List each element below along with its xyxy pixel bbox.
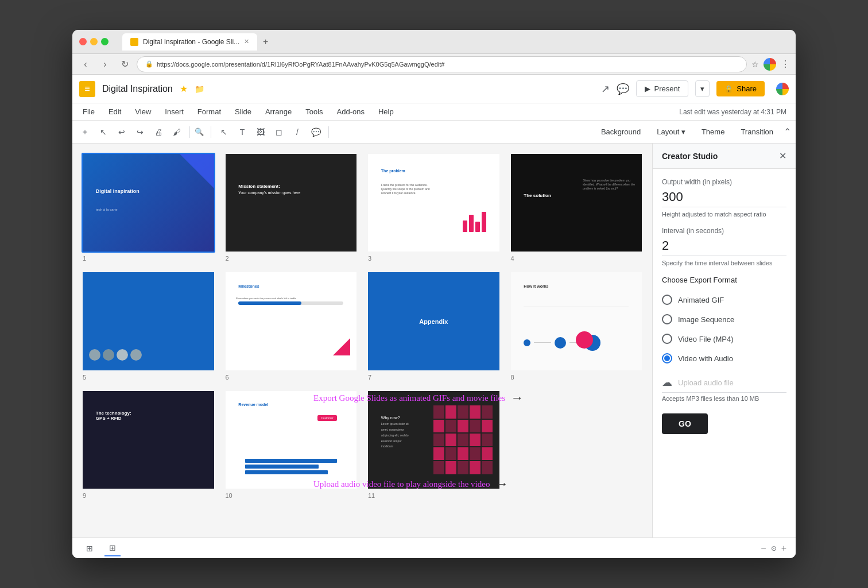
- activity-btn[interactable]: ↗: [601, 83, 610, 95]
- menu-file[interactable]: File: [77, 105, 100, 118]
- comment-btn[interactable]: 💬: [617, 83, 629, 95]
- share-btn[interactable]: 🔒 Share: [716, 81, 765, 96]
- star-icon[interactable]: ★: [180, 83, 188, 94]
- cursor-btn[interactable]: ↖: [95, 124, 111, 140]
- back-btn[interactable]: ‹: [78, 57, 93, 72]
- collapse-toolbar-btn[interactable]: ⌃: [784, 126, 791, 137]
- slide-num-2: 2: [224, 255, 229, 262]
- slide-item-6[interactable]: Milestones Show where you are in the pro…: [224, 271, 358, 380]
- slide-thumb-3[interactable]: The problem Frame the problem for the au…: [367, 153, 501, 253]
- present-dropdown-btn[interactable]: ▾: [695, 80, 710, 97]
- slide-thumb-1[interactable]: Digital Inspiration tech à la carte: [82, 153, 215, 253]
- output-width-value[interactable]: 300: [662, 189, 786, 207]
- maximize-window-btn[interactable]: [101, 38, 108, 45]
- slide-thumb-4[interactable]: The solution Show how you solve the prob…: [510, 153, 644, 253]
- paint-format-btn[interactable]: 🖌: [169, 124, 185, 140]
- slide-8-title: How it works: [524, 284, 548, 288]
- zoom-in-btn[interactable]: +: [781, 543, 786, 554]
- menu-arrange[interactable]: Arrange: [259, 105, 297, 118]
- slide-thumb-6[interactable]: Milestones Show where you are in the pro…: [224, 271, 358, 371]
- interval-value[interactable]: 2: [662, 238, 786, 256]
- menu-tools[interactable]: Tools: [300, 105, 328, 118]
- more-options-btn[interactable]: ⋮: [781, 59, 790, 69]
- filmstrip-view-btn[interactable]: ⊞: [104, 540, 121, 556]
- zoom-out-btn[interactable]: −: [761, 543, 766, 554]
- slide-num-4: 4: [510, 255, 514, 262]
- undo-btn[interactable]: ↩: [114, 124, 130, 140]
- zoom-fit-btn[interactable]: ⊙: [771, 544, 777, 552]
- slide-num-7: 7: [367, 374, 371, 381]
- image-btn[interactable]: 🖼: [253, 124, 269, 140]
- line-btn[interactable]: /: [289, 124, 305, 140]
- menu-help[interactable]: Help: [373, 105, 400, 118]
- slide-3-text: Frame the problem for the audience. Quan…: [381, 183, 433, 195]
- slide-thumb-8[interactable]: How it works: [510, 271, 644, 371]
- bookmark-icon[interactable]: ☆: [751, 60, 759, 69]
- text-btn[interactable]: T: [234, 124, 250, 140]
- slide-thumb-7[interactable]: Appendix: [367, 271, 501, 371]
- slide-3-title: The problem: [381, 169, 405, 173]
- account-icon[interactable]: [776, 83, 789, 95]
- annotation-1-container: Export Google Slides as animated GIFs an…: [313, 390, 524, 405]
- radio-video-audio[interactable]: Video with Audio: [662, 350, 786, 367]
- minimize-window-btn[interactable]: [90, 38, 98, 45]
- select-btn[interactable]: ↖: [216, 124, 232, 140]
- slide-num-10: 10: [224, 492, 232, 499]
- slide-num-6: 6: [224, 374, 229, 381]
- creator-studio-close-btn[interactable]: ✕: [779, 150, 786, 161]
- slide-item-1[interactable]: Digital Inspiration tech à la carte 1: [82, 153, 215, 262]
- reload-btn[interactable]: ↻: [117, 57, 132, 72]
- radio-image-sequence[interactable]: Image Sequence: [662, 311, 786, 328]
- menu-edit[interactable]: Edit: [103, 105, 127, 118]
- close-window-btn[interactable]: [79, 38, 87, 45]
- slide-item-9[interactable]: The technology:GPS + RFID 9: [82, 390, 215, 499]
- output-width-group: Output width (in pixels) 300 Height adju…: [662, 178, 786, 218]
- slides-panel: Digital Inspiration tech à la carte 1 M: [72, 144, 652, 537]
- export-format-section: Choose Export Format Animated GIF Image …: [662, 276, 786, 367]
- redo-btn[interactable]: ↪: [132, 124, 148, 140]
- tab-close-btn[interactable]: ✕: [244, 38, 249, 45]
- layout-btn[interactable]: Layout ▾: [651, 125, 691, 138]
- slide-item-3[interactable]: The problem Frame the problem for the au…: [367, 153, 501, 262]
- url-bar[interactable]: 🔒 https://docs.google.com/presentation/d…: [137, 56, 747, 72]
- app-header: ≡ Digital Inspiration ★ 📁 ↗ 💬 ▶ Present …: [72, 75, 796, 103]
- theme-btn[interactable]: Theme: [696, 125, 730, 138]
- radio-label-video-audio: Video with Audio: [678, 354, 733, 363]
- slide-item-4[interactable]: The solution Show how you solve the prob…: [510, 153, 644, 262]
- present-btn[interactable]: ▶ Present: [636, 80, 688, 97]
- folder-icon[interactable]: 📁: [195, 84, 204, 94]
- zoom-area[interactable]: 🔍: [195, 127, 206, 136]
- transition-btn[interactable]: Transition: [735, 125, 779, 138]
- radio-circle-gif: [662, 295, 672, 305]
- shape-btn[interactable]: ◻: [271, 124, 287, 140]
- slide-thumb-9[interactable]: The technology:GPS + RFID: [82, 390, 215, 490]
- slide-thumb-2[interactable]: Mission statement:Your company's mission…: [224, 153, 358, 253]
- print-btn[interactable]: 🖨: [150, 124, 166, 140]
- radio-video-mp4[interactable]: Video File (MP4): [662, 330, 786, 347]
- radio-circle-img-seq: [662, 314, 672, 324]
- new-tab-btn[interactable]: +: [259, 37, 272, 47]
- forward-btn[interactable]: ›: [98, 57, 113, 72]
- slide-item-5[interactable]: 5: [82, 271, 215, 380]
- slide-11-grid: [433, 405, 493, 474]
- slide-item-7[interactable]: Appendix 7: [367, 271, 501, 380]
- grid-view-btn[interactable]: ⊞: [82, 540, 98, 556]
- menu-format[interactable]: Format: [192, 105, 227, 118]
- bottom-bar: ⊞ ⊞ − ⊙ +: [72, 537, 796, 558]
- add-btn[interactable]: ＋: [77, 124, 93, 140]
- slide-item-2[interactable]: Mission statement:Your company's mission…: [224, 153, 358, 262]
- go-btn[interactable]: GO: [662, 413, 708, 434]
- menu-insert[interactable]: Insert: [159, 105, 189, 118]
- active-tab[interactable]: Digital Inspiration - Google Sli... ✕: [122, 33, 257, 51]
- background-btn[interactable]: Background: [595, 125, 646, 138]
- toolbar-end: Background Layout ▾ Theme Transition ⌃: [595, 125, 791, 138]
- menu-view[interactable]: View: [129, 105, 157, 118]
- radio-animated-gif[interactable]: Animated GIF: [662, 291, 786, 308]
- comment-toolbar-btn[interactable]: 💬: [308, 124, 324, 140]
- menu-addons[interactable]: Add-ons: [331, 105, 370, 118]
- menu-slide[interactable]: Slide: [229, 105, 257, 118]
- upload-row[interactable]: ☁ Upload audio file: [662, 376, 786, 393]
- slide-item-8[interactable]: How it works: [510, 271, 644, 380]
- creator-studio-title: Creator Studio: [662, 152, 718, 161]
- slide-thumb-5[interactable]: [82, 271, 215, 371]
